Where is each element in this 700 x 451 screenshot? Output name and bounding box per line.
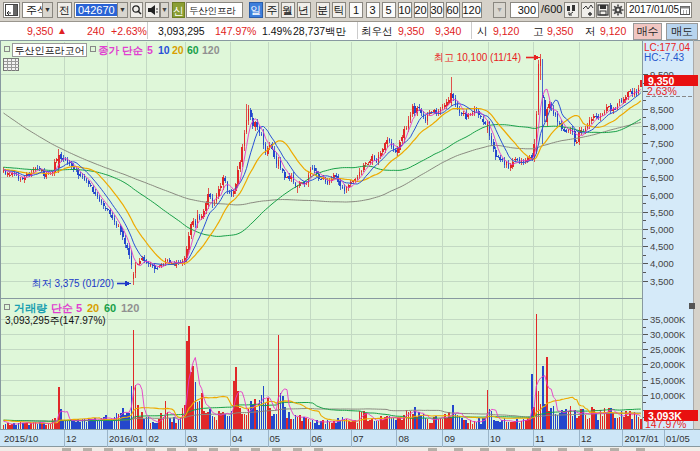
svg-text:06: 06 <box>312 433 323 444</box>
svg-text:3,500: 3,500 <box>650 276 674 287</box>
svg-text:2015/10: 2015/10 <box>4 433 38 444</box>
svg-text:147.97%: 147.97% <box>645 418 686 430</box>
svg-text:09: 09 <box>445 433 456 444</box>
svg-text:종가 단순: 종가 단순 <box>98 44 143 56</box>
svg-text:4,000: 4,000 <box>650 258 674 269</box>
svg-text:5,000: 5,000 <box>650 224 674 235</box>
svg-text:30,000K: 30,000K <box>650 329 686 340</box>
svg-text:5: 5 <box>147 44 153 56</box>
svg-text:120: 120 <box>202 44 220 56</box>
svg-text:5: 5 <box>76 302 82 314</box>
svg-text:25,000K: 25,000K <box>650 344 686 355</box>
svg-text:2,63%: 2,63% <box>647 85 677 97</box>
svg-text:7,500: 7,500 <box>650 138 674 149</box>
svg-text:15,000K: 15,000K <box>650 375 686 386</box>
svg-text:35,000K: 35,000K <box>650 314 686 325</box>
svg-text:120: 120 <box>121 302 139 314</box>
svg-text:60: 60 <box>187 44 199 56</box>
svg-text:6,000: 6,000 <box>650 190 674 201</box>
svg-text:2016/01: 2016/01 <box>109 433 143 444</box>
svg-text:HC:-7.43: HC:-7.43 <box>644 52 684 63</box>
svg-text:05: 05 <box>270 433 281 444</box>
svg-text:6,500: 6,500 <box>650 172 674 183</box>
svg-text:20,000K: 20,000K <box>650 359 686 370</box>
svg-text:60: 60 <box>104 302 116 314</box>
svg-text:5,500: 5,500 <box>650 207 674 218</box>
svg-text:7,000: 7,000 <box>650 155 674 166</box>
svg-text:20: 20 <box>172 44 184 56</box>
svg-text:03: 03 <box>187 433 198 444</box>
svg-text:거래량: 거래량 <box>14 302 47 314</box>
svg-text:20: 20 <box>87 302 99 314</box>
svg-text:04: 04 <box>232 433 243 444</box>
svg-text:두산인프라코어: 두산인프라코어 <box>15 45 85 56</box>
svg-text:08: 08 <box>399 433 410 444</box>
svg-text:07: 07 <box>353 433 364 444</box>
svg-text:01/05: 01/05 <box>666 433 690 444</box>
svg-text:8,500: 8,500 <box>650 104 674 115</box>
svg-text:12: 12 <box>66 433 77 444</box>
svg-text:단순: 단순 <box>51 302 73 314</box>
svg-text:10,000K: 10,000K <box>650 390 686 401</box>
svg-text:10: 10 <box>158 44 170 56</box>
svg-text:8,000: 8,000 <box>650 121 674 132</box>
svg-text:02: 02 <box>149 433 160 444</box>
svg-text:3,093,295주(147.97%): 3,093,295주(147.97%) <box>5 315 106 326</box>
svg-text:4,500: 4,500 <box>650 241 674 252</box>
svg-text:2017/01: 2017/01 <box>625 433 659 444</box>
svg-text:최고 10,100 (11/14): 최고 10,100 (11/14) <box>434 52 521 63</box>
svg-text:12: 12 <box>581 433 592 444</box>
svg-text:10: 10 <box>490 433 501 444</box>
svg-text:11: 11 <box>535 433 545 444</box>
svg-text:최저 3,375 (01/20): 최저 3,375 (01/20) <box>32 278 114 289</box>
